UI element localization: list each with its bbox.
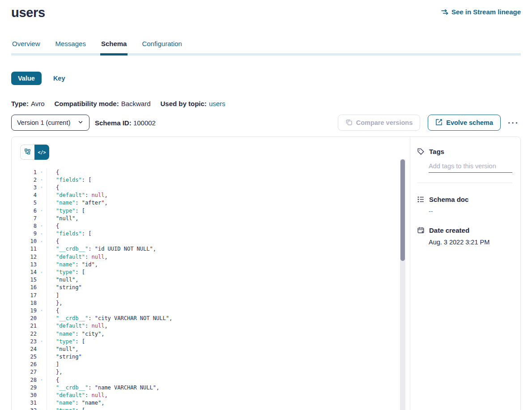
collapse-arrow-icon[interactable]: ▾: [37, 239, 47, 243]
line-number: 18: [12, 300, 37, 306]
collapse-arrow-icon[interactable]: ▾: [37, 224, 47, 228]
line-number: 10: [12, 238, 37, 244]
code-line: 17 ]: [12, 291, 410, 299]
line-number: 1: [12, 169, 37, 175]
code-line: 19▾ {: [12, 307, 410, 314]
version-select-value: Version 1 (current): [17, 119, 70, 126]
code-text: },: [47, 368, 410, 376]
edit-icon: [435, 119, 443, 127]
code-line: 23▾ "type": [: [12, 337, 410, 345]
compat-label: Compatibility mode:: [54, 100, 119, 107]
schema-controls-row: Version 1 (current) Schema ID: 100002 Co…: [11, 115, 521, 131]
code-lines: 1▾{2▾ "fields": [3▾ {4 "default": null,5…: [12, 168, 410, 410]
line-number: 12: [12, 254, 37, 260]
code-line: 6▾ "type": [: [12, 207, 410, 214]
schema-page: users See in Stream lineage Overview Mes…: [0, 0, 532, 410]
code-line: 25 "string": [12, 353, 410, 361]
see-in-stream-lineage-link[interactable]: See in Stream lineage: [441, 8, 521, 16]
line-number: 28: [12, 377, 37, 383]
code-view-icon: </>: [38, 150, 46, 155]
collapse-arrow-icon[interactable]: ▾: [37, 339, 47, 343]
tab-overview[interactable]: Overview: [11, 40, 41, 53]
line-number: 16: [12, 284, 37, 290]
code-line: 27 },: [12, 368, 410, 376]
schema-id-label: Schema ID:: [95, 119, 132, 127]
compare-versions-icon: [345, 119, 353, 127]
collapse-arrow-icon[interactable]: ▾: [37, 308, 47, 312]
value-tab-button[interactable]: Value: [11, 72, 42, 85]
version-select[interactable]: Version 1 (current): [11, 115, 89, 131]
list-icon: [417, 196, 425, 203]
code-line: 15 "null",: [12, 276, 410, 284]
code-text: "default": null,: [47, 192, 410, 199]
collapse-arrow-icon[interactable]: ▾: [37, 185, 47, 189]
topic-link[interactable]: users: [209, 100, 226, 107]
line-number: 27: [12, 369, 37, 375]
code-line: 3▾ {: [12, 184, 410, 191]
code-text: {: [47, 184, 410, 191]
code-text: "null",: [47, 345, 410, 353]
line-number: 25: [12, 354, 37, 360]
tree-view-button[interactable]: [20, 145, 34, 160]
date-created-title: Date created: [429, 226, 469, 234]
code-line: 5 "name": "after",: [12, 199, 410, 207]
line-number: 21: [12, 323, 37, 329]
tag-icon: [417, 148, 425, 155]
schema-type: Type:Avro: [11, 100, 44, 107]
collapse-arrow-icon[interactable]: ▾: [37, 178, 47, 182]
code-line: 24 "null",: [12, 345, 410, 353]
code-scrollbar-track[interactable]: [400, 159, 405, 410]
tab-configuration[interactable]: Configuration: [141, 40, 183, 53]
schema-id-value: 100002: [133, 119, 156, 127]
key-tab-button[interactable]: Key: [53, 75, 65, 82]
line-number: 11: [12, 246, 37, 252]
code-text: "default": null,: [47, 322, 410, 330]
line-number: 32: [12, 407, 37, 410]
add-tags-input[interactable]: [429, 162, 512, 173]
code-text: "name": "id",: [47, 261, 410, 268]
evolve-schema-button[interactable]: Evolve schema: [428, 115, 501, 131]
code-line: 10▾ {: [12, 238, 410, 245]
compare-versions-button[interactable]: Compare versions: [338, 115, 421, 131]
line-number: 6: [12, 208, 37, 214]
collapse-arrow-icon[interactable]: ▾: [37, 209, 47, 213]
code-line: 8▾ {: [12, 222, 410, 230]
code-line: 32▾ "type": [: [12, 407, 410, 410]
tags-section-header: Tags: [417, 148, 512, 155]
value-key-toggle: Value Key: [11, 72, 521, 85]
schema-doc-value: --: [429, 208, 512, 215]
line-number: 9: [12, 231, 37, 237]
line-number: 3: [12, 184, 37, 191]
code-line: 18 },: [12, 299, 410, 307]
line-number: 31: [12, 400, 37, 406]
line-number: 7: [12, 215, 37, 222]
code-text: {: [47, 238, 410, 245]
code-line: 4 "default": null,: [12, 192, 410, 199]
tab-schema[interactable]: Schema: [100, 40, 128, 56]
collapse-arrow-icon[interactable]: ▾: [37, 170, 47, 174]
collapse-arrow-icon[interactable]: ▾: [37, 232, 47, 236]
code-text: "type": [: [47, 207, 410, 214]
code-text: "string": [47, 284, 410, 291]
compat-value: Backward: [121, 100, 151, 107]
schema-code-pane: </> 1▾{2▾ "fields": [3▾ {4 "default": nu…: [12, 137, 410, 410]
code-line: 7 "null",: [12, 214, 410, 222]
code-text: "fields": [: [47, 176, 410, 184]
code-text: "name": "after",: [47, 199, 410, 207]
code-text: "string": [47, 353, 410, 361]
collapse-arrow-icon[interactable]: ▾: [37, 270, 47, 274]
used-by-topic: Used by topic:users: [161, 100, 226, 107]
code-text: {: [47, 222, 410, 230]
code-text: "type": [: [47, 268, 410, 276]
line-number: 17: [12, 292, 37, 299]
line-number: 29: [12, 384, 37, 391]
schema-doc-section-header: Schema doc: [417, 196, 512, 203]
code-view-button[interactable]: </>: [34, 145, 49, 160]
tab-messages[interactable]: Messages: [55, 40, 87, 53]
collapse-arrow-icon[interactable]: ▾: [37, 378, 47, 382]
code-scrollbar-thumb[interactable]: [400, 159, 405, 261]
more-actions-button[interactable]: ···: [506, 118, 521, 128]
code-text: {: [47, 307, 410, 314]
code-text: "default": null,: [47, 391, 410, 399]
code-line: 11 "__crdb__": "id UUID NOT NULL",: [12, 245, 410, 253]
